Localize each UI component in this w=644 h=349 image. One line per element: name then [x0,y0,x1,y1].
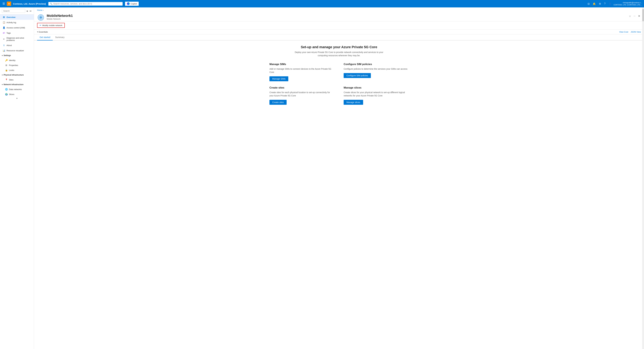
resource-type: Mobile Network [47,18,626,20]
sidebar-item-activity-log[interactable]: 📋 Activity log [0,20,34,25]
configure-sim-policies-button[interactable]: Configure SIM policies [344,73,371,78]
main-content: Set-up and manage your Azure Private 5G … [34,40,644,109]
sidebar-sub-item-label: Locks [9,69,14,71]
sidebar-item-data-networks[interactable]: 🌐 Data networks [0,87,34,92]
sidebar-search-input[interactable] [2,9,25,13]
sidebar-item-locks[interactable]: 🔒 Locks [0,68,34,73]
hamburger-menu-icon[interactable]: ☰ [2,1,6,6]
app-layout: ◈ ≪ ⊞ Overview 📋 Activity log 👤 Access c… [0,7,644,349]
sidebar-item-overview[interactable]: ⊞ Overview [0,14,34,20]
sidebar-item-resource-visualizer[interactable]: 📊 Resource visualizer [0,48,34,53]
resource-header-actions: ☆ ··· ✕ [628,14,641,18]
card-description: Add or manage SIMs to connect devices to… [270,67,334,74]
settings-section-label: Settings [4,54,11,56]
manage-slices-button[interactable]: Manage slices [344,100,363,105]
create-sites-button[interactable]: Create sites [270,100,286,105]
hero-subtitle: Deploy your own Azure Private 5G Core to… [293,51,386,57]
sidebar-item-label: Activity log [6,21,16,24]
more-menu-icon[interactable]: ··· [633,14,636,18]
main-panel: Home › MobileNetwork1 Mobile Network ☆ ·… [34,7,644,349]
physical-section-label: Physical infrastructure [4,74,24,76]
breadcrumb: Home › [34,7,644,12]
top-navigation: ☰ ⚙ Contoso, Ltd. Azure (Preview) 🔍 Copi… [0,0,644,7]
sidebar-item-identity[interactable]: 🔑 Identity [0,58,34,63]
sidebar-search-area: ◈ ≪ [0,7,34,14]
modify-mobile-network-button[interactable]: ✏ Modify mobile network [37,23,65,28]
network-section-header[interactable]: ▾ Network infrastructure [0,82,34,87]
sidebar-item-about[interactable]: ℹ About [0,43,34,48]
resource-visualizer-icon: 📊 [2,49,5,52]
sidebar-item-label: Diagnose and solve problems [6,37,32,41]
tab-get-started[interactable]: Get started [37,34,53,40]
resource-name: MobileNetwork1 [47,14,626,18]
settings-icon[interactable]: ⚙ [598,1,602,6]
sidebar: ◈ ≪ ⊞ Overview 📋 Activity log 👤 Access c… [0,7,34,349]
sidebar-item-slices[interactable]: 🌍 Slices [0,92,34,97]
favorite-icon[interactable]: ☆ [628,14,632,18]
sidebar-item-diagnose[interactable]: ✕ Diagnose and solve problems [0,35,34,43]
global-search-box[interactable]: 🔍 [48,2,122,5]
card-description: Configure policies to determine the serv… [344,67,408,71]
top-nav-actions: ⊟ 🔔 ⚙ ? 👤 chrisqpublic@contoso.c... CONT… [586,1,642,6]
sidebar-nav: ⊞ Overview 📋 Activity log 👤 Access contr… [0,14,34,349]
copilot-button[interactable]: Copilot [125,2,139,6]
sidebar-item-tags[interactable]: 🏷 Tags [0,30,34,35]
physical-section-header[interactable]: ▾ Physical infrastructure [0,73,34,77]
global-search-input[interactable] [53,3,121,5]
sidebar-search-controls: ◈ ≪ [26,9,32,12]
edit-icon: ✏ [40,24,42,26]
card-configure-sim-policies: Configure SIM policies Configure policie… [344,63,408,81]
scrollbar-thumb[interactable] [642,9,644,21]
svg-point-3 [40,17,41,18]
view-cost-link[interactable]: View Cost [619,31,628,33]
close-icon[interactable]: ✕ [637,14,641,18]
cards-grid: Manage SIMs Add or manage SIMs to connec… [270,63,408,105]
tab-summary[interactable]: Summary [53,34,67,40]
network-section-label: Network infrastructure [4,83,24,86]
sidebar-item-sites[interactable]: 📍 Sites [0,77,34,82]
settings-section-header[interactable]: ▾ Settings [0,53,34,58]
right-scrollbar[interactable] [642,7,644,349]
essentials-chevron-icon: ▾ [37,31,38,33]
sidebar-item-label: About [6,44,12,46]
card-description: Create slices for your physical network … [344,91,408,97]
json-view-link[interactable]: JSON View [631,31,641,33]
diagnose-icon: ✕ [2,38,5,40]
about-icon: ℹ [2,44,5,47]
collapse-icon[interactable]: ≪ [29,9,32,12]
resource-info: MobileNetwork1 Mobile Network [47,14,626,20]
activity-log-icon: 📋 [2,21,5,24]
mobile-network-svg-icon [38,14,44,21]
card-title: Create sites [270,86,334,89]
sidebar-item-label: Access control (IAM) [6,26,25,29]
data-networks-icon: 🌐 [5,88,8,91]
sidebar-scroll-down-icon[interactable]: ▼ [0,97,34,100]
essentials-toggle[interactable]: ▾ Essentials [37,31,48,33]
azure-app-icon: ⚙ [7,1,11,6]
sidebar-item-label: Resource visualizer [6,49,24,52]
pin-icon[interactable]: ◈ [26,9,28,12]
help-icon[interactable]: ? [603,1,607,6]
settings-chevron-icon: ▾ [2,55,3,56]
cloud-shell-icon[interactable]: ⊟ [586,1,591,6]
sidebar-sub-item-label: Identity [9,59,16,61]
card-title: Manage SIMs [270,63,334,66]
sidebar-item-access-control[interactable]: 👤 Access control (IAM) [0,25,34,30]
sidebar-sub-item-label: Data networks [9,88,22,90]
tabs-bar: Get started Summary [34,34,644,40]
sidebar-item-properties[interactable]: ⊞ Properties [0,63,34,68]
user-org: CONTOSO, LTD. (CONTOSO, LTD.... [614,4,642,6]
essentials-label: Essentials [39,31,48,33]
sites-icon: 📍 [5,78,8,81]
resource-header: MobileNetwork1 Mobile Network ☆ ··· ✕ [34,12,644,21]
feedback-icon[interactable]: 👤 [607,1,613,6]
breadcrumb-home[interactable]: Home [37,9,42,11]
modify-button-label: Modify mobile network [42,24,62,26]
user-profile[interactable]: chrisqpublic@contoso.c... CONTOSO, LTD. … [614,1,642,6]
physical-chevron-icon: ▾ [2,74,3,76]
manage-sims-button[interactable]: Manage SIMs [270,76,288,81]
card-create-sites: Create sites Create sites for each physi… [270,86,334,105]
resource-type-icon [37,14,44,21]
card-description: Create sites for each physical location … [270,91,334,97]
notifications-icon[interactable]: 🔔 [592,1,597,6]
